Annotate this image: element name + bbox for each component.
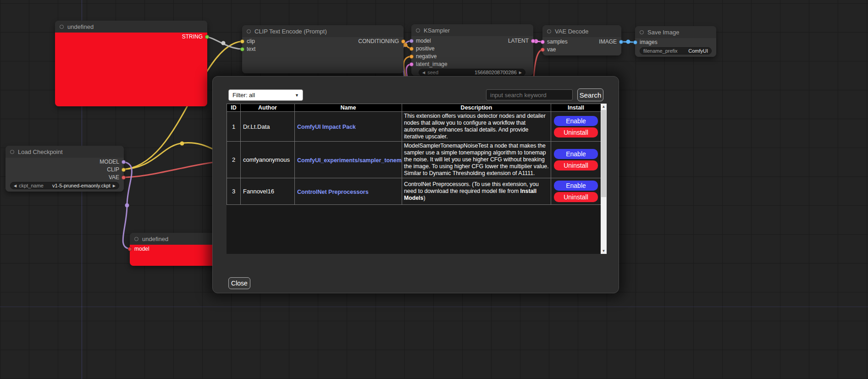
- description-text: ): [423, 195, 425, 201]
- decrement-arrow-icon[interactable]: ◀: [422, 71, 425, 75]
- clip-port-icon[interactable]: [240, 39, 244, 44]
- uninstall-button[interactable]: Uninstall: [554, 192, 598, 202]
- node-save-image[interactable]: Save Image images filename_prefix ComfyU…: [635, 26, 716, 57]
- model-port-icon[interactable]: [122, 160, 126, 164]
- scrollbar-thumb[interactable]: [601, 110, 606, 197]
- model-port-icon[interactable]: [128, 247, 132, 251]
- search-button[interactable]: Search: [577, 88, 603, 101]
- string-port-icon[interactable]: [205, 35, 209, 39]
- node-status-dot[interactable]: [134, 237, 138, 241]
- output-slot-image[interactable]: IMAGE: [599, 38, 623, 45]
- slot-label: IMAGE: [599, 38, 617, 45]
- output-slot-clip[interactable]: CLIP: [107, 166, 126, 173]
- node-status-dot[interactable]: [60, 25, 64, 29]
- image-port-icon[interactable]: [633, 40, 637, 44]
- node-status-dot[interactable]: [416, 28, 420, 33]
- slot-label: negative: [416, 53, 437, 60]
- scroll-down-icon[interactable]: ▼: [601, 248, 607, 254]
- node-header[interactable]: VAE Decode: [542, 25, 621, 37]
- node-title: undefined: [142, 236, 168, 242]
- scroll-up-icon[interactable]: ▲: [601, 104, 607, 110]
- node-header[interactable]: Load Checkpoint: [6, 146, 124, 158]
- seed-widget[interactable]: ◀ seed 156680208700286 ▶: [419, 69, 525, 76]
- uninstall-button[interactable]: Uninstall: [554, 127, 598, 137]
- node-status-dot[interactable]: [547, 29, 551, 33]
- close-button[interactable]: Close: [228, 277, 250, 289]
- description-text: This extension offers various detector n…: [404, 113, 546, 140]
- slot-label: CONDITIONING: [358, 38, 399, 44]
- node-status-dot[interactable]: [10, 150, 14, 154]
- filename-prefix-widget[interactable]: filename_prefix ComfyUI: [640, 47, 712, 55]
- input-slot-images[interactable]: images: [633, 39, 658, 45]
- column-header-id: ID: [227, 104, 241, 112]
- node-header[interactable]: Save Image: [635, 26, 716, 38]
- node-ksampler[interactable]: KSampler model positive negative latent_…: [411, 24, 533, 76]
- comfyui-screen: undefined STRING CLIP Text Encode (Promp…: [0, 0, 868, 379]
- node-header[interactable]: undefined: [55, 21, 207, 33]
- cell-description: ControlNet Preprocessors. (To use this e…: [402, 178, 551, 205]
- text-port-icon[interactable]: [240, 47, 244, 51]
- input-slot-clip[interactable]: clip: [240, 38, 255, 44]
- enable-button[interactable]: Enable: [554, 149, 598, 159]
- cell-id: 3: [227, 178, 241, 205]
- input-slot-model[interactable]: model: [128, 246, 149, 252]
- extension-link[interactable]: ComfyUI_experiments/sampler_tonemap: [297, 157, 402, 164]
- input-slot-latent-image[interactable]: latent_image: [409, 61, 448, 67]
- slot-label: clip: [247, 38, 255, 44]
- latent-port-icon[interactable]: [541, 40, 545, 44]
- slot-label: VAE: [109, 174, 119, 181]
- column-header-name: Name: [295, 104, 402, 112]
- node-header[interactable]: KSampler: [411, 24, 533, 36]
- model-port-icon[interactable]: [409, 39, 414, 43]
- uninstall-button[interactable]: Uninstall: [554, 160, 598, 170]
- output-slot-model[interactable]: MODEL: [100, 159, 126, 165]
- output-slot-string[interactable]: STRING: [182, 33, 209, 40]
- image-port-icon[interactable]: [619, 40, 623, 44]
- search-input[interactable]: [486, 89, 573, 100]
- conditioning-port-icon[interactable]: [401, 39, 405, 44]
- input-slot-text[interactable]: text: [240, 46, 255, 52]
- node-status-dot[interactable]: [640, 30, 644, 34]
- slot-label: text: [247, 46, 255, 52]
- node-header[interactable]: CLIP Text Encode (Prompt): [242, 25, 404, 37]
- extension-link[interactable]: ComfyUI Impact Pack: [297, 124, 356, 130]
- node-undefined-1[interactable]: undefined STRING: [55, 21, 207, 106]
- filter-select[interactable]: Filter: all ▼: [228, 89, 303, 101]
- input-slot-samples[interactable]: samples: [541, 38, 568, 45]
- output-slot-conditioning[interactable]: CONDITIONING: [358, 38, 405, 44]
- previous-arrow-icon[interactable]: ◀: [14, 184, 17, 188]
- node-title: CLIP Text Encode (Prompt): [254, 28, 327, 35]
- vae-port-icon[interactable]: [541, 48, 545, 52]
- vae-port-icon[interactable]: [122, 176, 126, 180]
- output-slot-latent[interactable]: LATENT: [508, 38, 535, 44]
- column-header-install: Install: [551, 104, 601, 112]
- enable-button[interactable]: Enable: [554, 116, 598, 126]
- table-scrollbar[interactable]: ▲ ▼: [601, 104, 607, 254]
- node-vae-decode[interactable]: VAE Decode samples vae IMAGE: [542, 25, 621, 55]
- widget-label: filename_prefix: [643, 48, 678, 54]
- input-slot-vae[interactable]: vae: [541, 46, 556, 53]
- cell-description: This extension offers various detector n…: [402, 112, 551, 142]
- output-slot-vae[interactable]: VAE: [109, 174, 126, 181]
- clip-port-icon[interactable]: [122, 168, 126, 172]
- conditioning-port-icon[interactable]: [409, 47, 414, 51]
- input-slot-model[interactable]: model: [409, 38, 431, 44]
- node-load-checkpoint[interactable]: Load Checkpoint MODEL CLIP VAE ◀ ckpt_na…: [6, 146, 124, 192]
- node-status-dot[interactable]: [247, 29, 251, 33]
- conditioning-port-icon[interactable]: [409, 55, 414, 59]
- chevron-down-icon: ▼: [295, 93, 299, 98]
- input-slot-negative[interactable]: negative: [409, 53, 437, 60]
- increment-arrow-icon[interactable]: ▶: [519, 71, 522, 75]
- latent-port-icon[interactable]: [531, 39, 535, 43]
- node-clip-text-encode[interactable]: CLIP Text Encode (Prompt) clip text COND…: [242, 25, 404, 73]
- next-arrow-icon[interactable]: ▶: [113, 184, 116, 188]
- ckpt-name-widget[interactable]: ◀ ckpt_name v1-5-pruned-emaonly.ckpt ▶: [10, 182, 119, 189]
- cell-id: 1: [227, 112, 241, 142]
- input-slot-positive[interactable]: positive: [409, 45, 435, 52]
- table-header: IDAuthorNameDescriptionInstall: [227, 104, 601, 112]
- enable-button[interactable]: Enable: [554, 181, 598, 191]
- cell-author: Fannovel16: [241, 178, 295, 205]
- slot-label: LATENT: [508, 38, 529, 44]
- extension-link[interactable]: ControlNet Preprocessors: [297, 189, 369, 195]
- latent-port-icon[interactable]: [409, 62, 414, 66]
